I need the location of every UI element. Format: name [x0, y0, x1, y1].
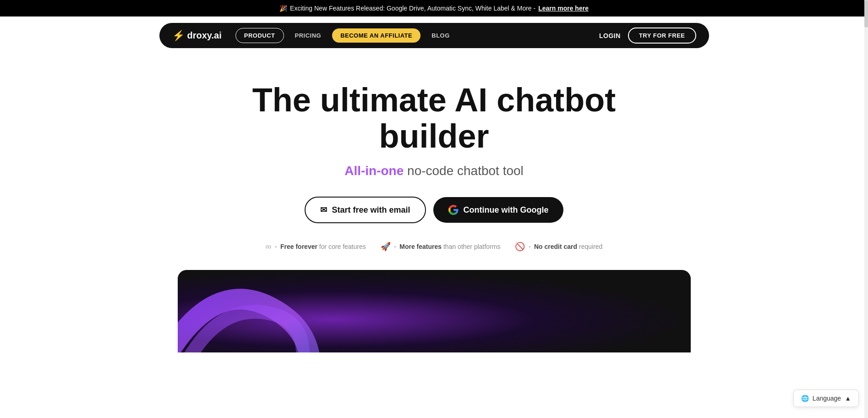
pill-no-card-bold: No credit card [534, 243, 577, 250]
hero-buttons: ✉ Start free with email Continue with Go… [305, 197, 563, 223]
scrollbar-thumb[interactable] [864, 0, 868, 28]
email-icon: ✉ [320, 205, 327, 215]
nav-try-button[interactable]: TRY FOR FREE [628, 28, 696, 44]
nav-links: PRODUCT PRICING BECOME AN AFFILIATE BLOG [235, 28, 595, 43]
nav-login[interactable]: LOGIN [599, 32, 621, 39]
nav-right: LOGIN TRY FOR FREE [599, 28, 696, 44]
demo-section [178, 270, 691, 352]
continue-google-label: Continue with Google [464, 205, 549, 215]
start-email-label: Start free with email [332, 205, 410, 215]
pill-features-bold: More features [399, 243, 442, 250]
logo[interactable]: ⚡ droxy.ai [172, 30, 222, 42]
announcement-emoji: 🎉 [279, 5, 287, 12]
logo-text: droxy.ai [187, 30, 222, 41]
feature-pill-features: 🚀 • More features than other platforms [381, 242, 501, 252]
continue-google-button[interactable]: Continue with Google [433, 197, 563, 223]
infinity-icon: ∞ [266, 242, 272, 252]
pill-free-bold: Free forever [280, 243, 317, 250]
nav-wrapper: ⚡ droxy.ai PRODUCT PRICING BECOME AN AFF… [0, 16, 868, 55]
google-g-icon [448, 204, 459, 215]
hero-subtitle-highlight: All-in-one [344, 164, 404, 178]
announcement-text: Exciting New Features Released: Google D… [290, 5, 535, 12]
feature-pill-no-card: 🚫 • No credit card required [515, 242, 602, 252]
nav-affiliate[interactable]: BECOME AN AFFILIATE [332, 28, 420, 43]
no-card-icon: 🚫 [515, 242, 525, 252]
feature-pills: ∞ • Free forever for core features 🚀 • M… [266, 242, 603, 252]
feature-pill-free: ∞ • Free forever for core features [266, 242, 366, 252]
nav-blog[interactable]: BLOG [423, 28, 458, 43]
pill-no-card-text: required [579, 243, 602, 250]
scrollbar[interactable] [864, 0, 868, 371]
hero-section: The ultimate AI chatbot builder All-in-o… [0, 55, 868, 371]
demo-swirl-graphic [178, 270, 370, 352]
rocket-icon: 🚀 [381, 242, 391, 252]
nav-inner: ⚡ droxy.ai PRODUCT PRICING BECOME AN AFF… [159, 23, 709, 48]
hero-subtitle-rest: no-code chatbot tool [404, 164, 524, 178]
nav-product[interactable]: PRODUCT [235, 28, 284, 43]
pill-free-text: for core features [319, 243, 366, 250]
pill-features-text: than other platforms [443, 243, 501, 250]
logo-bolt-icon: ⚡ [172, 30, 185, 42]
start-email-button[interactable]: ✉ Start free with email [305, 197, 426, 223]
announcement-bar: 🎉 Exciting New Features Released: Google… [0, 0, 868, 16]
hero-subtitle: All-in-one no-code chatbot tool [344, 164, 524, 178]
announcement-link[interactable]: Learn more here [538, 5, 589, 12]
nav-pricing[interactable]: PRICING [287, 28, 330, 43]
hero-title: The ultimate AI chatbot builder [205, 82, 663, 154]
